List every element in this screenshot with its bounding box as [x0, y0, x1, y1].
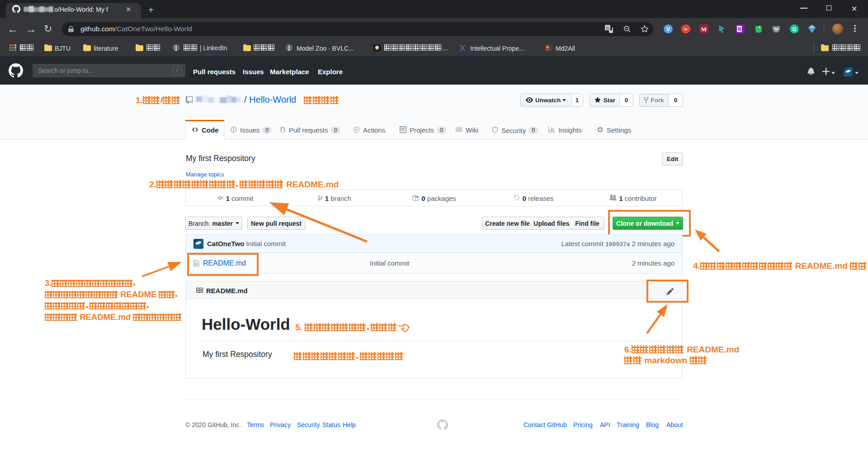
svg-text:M: M	[701, 26, 707, 33]
svg-text:G: G	[606, 26, 609, 30]
svg-text:V: V	[666, 26, 670, 33]
svg-text:∞: ∞	[684, 26, 688, 32]
svg-text:N: N	[738, 26, 741, 32]
svg-text:G: G	[792, 26, 796, 33]
